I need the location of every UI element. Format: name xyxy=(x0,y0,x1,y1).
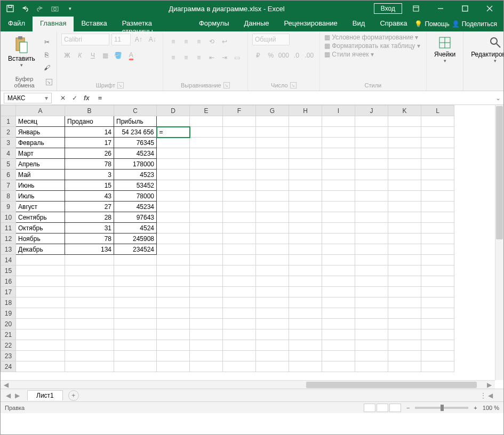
decrease-font-icon[interactable]: A↓ xyxy=(147,34,158,45)
cell[interactable] xyxy=(256,202,289,212)
cell[interactable] xyxy=(289,265,322,276)
cell[interactable] xyxy=(256,180,289,191)
align-left-icon[interactable]: ≡ xyxy=(167,52,179,63)
cell[interactable] xyxy=(289,255,322,265)
zoom-slider[interactable] xyxy=(415,407,468,409)
cell[interactable] xyxy=(421,297,454,308)
cell[interactable] xyxy=(355,351,388,361)
cell[interactable]: Сентябрь xyxy=(16,212,65,223)
cell[interactable] xyxy=(190,351,223,361)
scroll-left-icon[interactable]: ◀ xyxy=(1,381,12,389)
cell[interactable]: Месяц xyxy=(16,116,65,127)
cell[interactable] xyxy=(388,287,421,297)
format-painter-icon[interactable]: 🖌 xyxy=(42,62,52,73)
cell[interactable] xyxy=(355,297,388,308)
cell[interactable]: Март xyxy=(16,148,65,159)
enter-formula-icon[interactable]: ✓ xyxy=(72,94,77,102)
cell[interactable] xyxy=(355,127,388,138)
align-center-icon[interactable]: ≡ xyxy=(180,52,192,63)
cell[interactable] xyxy=(388,319,421,329)
new-sheet-button[interactable]: + xyxy=(68,390,79,401)
cell[interactable] xyxy=(223,116,256,127)
undo-icon[interactable] xyxy=(21,4,29,13)
cell[interactable] xyxy=(322,180,355,191)
font-size-select[interactable] xyxy=(111,34,131,45)
redo-icon[interactable] xyxy=(36,4,44,13)
cell[interactable] xyxy=(157,287,190,297)
cell[interactable] xyxy=(289,138,322,148)
increase-font-icon[interactable]: A↑ xyxy=(133,34,145,45)
cell[interactable] xyxy=(190,329,223,340)
cell[interactable]: 178000 xyxy=(114,159,157,170)
cell[interactable]: 45234 xyxy=(114,148,157,159)
cell[interactable] xyxy=(256,255,289,265)
row-header[interactable]: 6 xyxy=(1,170,16,180)
cell[interactable] xyxy=(421,340,454,351)
dialog-launcher-icon[interactable]: ↘ xyxy=(117,82,124,88)
row-header[interactable]: 7 xyxy=(1,180,16,191)
cell[interactable] xyxy=(16,297,65,308)
cell[interactable] xyxy=(388,127,421,138)
cell[interactable] xyxy=(388,159,421,170)
cell[interactable] xyxy=(114,340,157,351)
cell[interactable] xyxy=(355,276,388,287)
cell[interactable] xyxy=(355,180,388,191)
cell[interactable] xyxy=(355,223,388,233)
cell[interactable] xyxy=(190,180,223,191)
cell[interactable] xyxy=(16,319,65,329)
increase-indent-icon[interactable]: ⇥ xyxy=(219,52,230,63)
cell[interactable] xyxy=(190,223,223,233)
cell[interactable] xyxy=(157,244,190,255)
cell[interactable]: Ноябрь xyxy=(16,233,65,244)
cell[interactable] xyxy=(157,159,190,170)
cell[interactable] xyxy=(421,212,454,223)
cell[interactable] xyxy=(223,329,256,340)
page-break-view-icon[interactable] xyxy=(389,404,401,412)
number-format-select[interactable] xyxy=(252,34,290,45)
cell[interactable] xyxy=(388,202,421,212)
row-header[interactable]: 20 xyxy=(1,319,16,329)
cell[interactable] xyxy=(114,276,157,287)
border-icon[interactable]: ▦ xyxy=(100,50,111,61)
cell[interactable] xyxy=(114,329,157,340)
cell[interactable] xyxy=(65,308,114,319)
cell[interactable] xyxy=(322,255,355,265)
cell[interactable] xyxy=(355,255,388,265)
cell[interactable] xyxy=(421,148,454,159)
cell[interactable] xyxy=(421,191,454,202)
cell[interactable] xyxy=(157,170,190,180)
row-header[interactable]: 12 xyxy=(1,233,16,244)
cell[interactable] xyxy=(289,297,322,308)
cell[interactable] xyxy=(256,212,289,223)
cell[interactable] xyxy=(421,255,454,265)
tab-review[interactable]: Рецензирование xyxy=(276,17,345,31)
cell[interactable] xyxy=(289,351,322,361)
cell[interactable] xyxy=(256,191,289,202)
cell[interactable]: Декабрь xyxy=(16,244,65,255)
cell[interactable] xyxy=(322,276,355,287)
row-header[interactable]: 5 xyxy=(1,159,16,170)
row-header[interactable]: 13 xyxy=(1,244,16,255)
cell[interactable] xyxy=(322,212,355,223)
cell[interactable] xyxy=(256,265,289,276)
cell[interactable] xyxy=(223,319,256,329)
ribbon-display-icon[interactable] xyxy=(405,1,427,17)
cell[interactable] xyxy=(190,159,223,170)
dialog-launcher-icon[interactable]: ↘ xyxy=(46,79,52,85)
row-header[interactable]: 15 xyxy=(1,265,16,276)
cell[interactable]: = xyxy=(157,127,190,138)
cell[interactable] xyxy=(157,191,190,202)
row-header[interactable]: 10 xyxy=(1,212,16,223)
italic-button[interactable]: К xyxy=(74,50,86,61)
cell[interactable] xyxy=(322,340,355,351)
cell[interactable] xyxy=(289,180,322,191)
cell[interactable] xyxy=(355,138,388,148)
row-header[interactable]: 1 xyxy=(1,116,16,127)
cell[interactable] xyxy=(157,255,190,265)
cell[interactable] xyxy=(65,340,114,351)
cell[interactable]: Февраль xyxy=(16,138,65,148)
cell[interactable] xyxy=(190,244,223,255)
cell[interactable]: 15 xyxy=(65,180,114,191)
cell[interactable] xyxy=(421,127,454,138)
cell[interactable] xyxy=(388,329,421,340)
